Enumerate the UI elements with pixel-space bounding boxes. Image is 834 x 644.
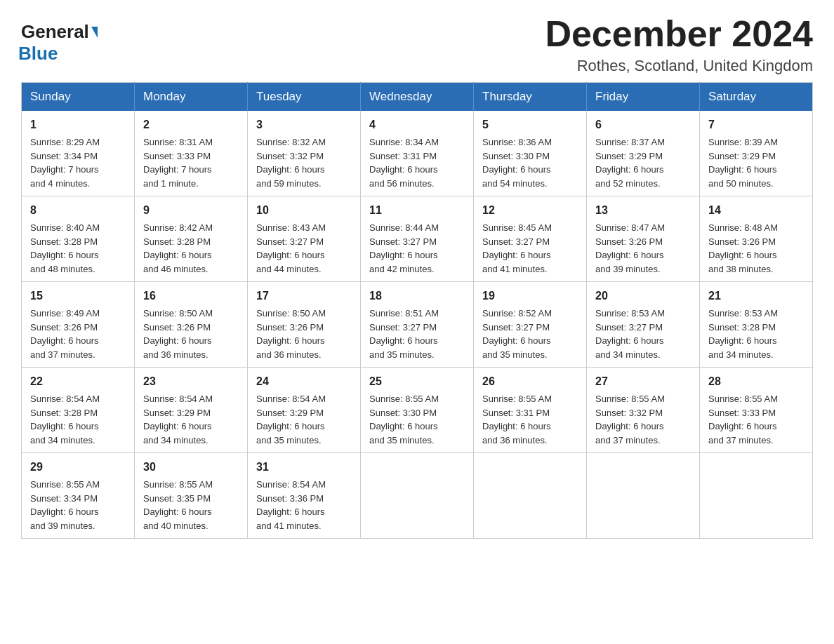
day-number: 25 — [369, 373, 465, 390]
day-info: Sunrise: 8:29 AMSunset: 3:34 PMDaylight:… — [30, 135, 126, 190]
day-info: Sunrise: 8:34 AMSunset: 3:31 PMDaylight:… — [369, 135, 465, 190]
day-cell-27: 27Sunrise: 8:55 AMSunset: 3:32 PMDayligh… — [587, 368, 700, 453]
day-cell-19: 19Sunrise: 8:52 AMSunset: 3:27 PMDayligh… — [474, 282, 587, 368]
day-cell-13: 13Sunrise: 8:47 AMSunset: 3:26 PMDayligh… — [587, 196, 700, 282]
day-info: Sunrise: 8:55 AMSunset: 3:30 PMDaylight:… — [369, 392, 465, 447]
day-info: Sunrise: 8:50 AMSunset: 3:26 PMDaylight:… — [143, 307, 239, 361]
day-cell-29: 29Sunrise: 8:55 AMSunset: 3:34 PMDayligh… — [22, 453, 135, 539]
week-row-2: 8Sunrise: 8:40 AMSunset: 3:28 PMDaylight… — [22, 196, 813, 282]
day-info: Sunrise: 8:55 AMSunset: 3:35 PMDaylight:… — [143, 478, 239, 532]
week-row-4: 22Sunrise: 8:54 AMSunset: 3:28 PMDayligh… — [22, 368, 813, 453]
day-cell-22: 22Sunrise: 8:54 AMSunset: 3:28 PMDayligh… — [22, 368, 135, 453]
day-info: Sunrise: 8:55 AMSunset: 3:33 PMDaylight:… — [708, 392, 804, 447]
day-number: 30 — [143, 459, 239, 476]
location-title: Rothes, Scotland, United Kingdom — [545, 57, 813, 75]
day-number: 17 — [256, 288, 352, 304]
day-number: 3 — [256, 116, 352, 133]
day-info: Sunrise: 8:44 AMSunset: 3:27 PMDaylight:… — [369, 221, 465, 276]
day-info: Sunrise: 8:43 AMSunset: 3:27 PMDaylight:… — [256, 221, 352, 276]
day-cell-18: 18Sunrise: 8:51 AMSunset: 3:27 PMDayligh… — [361, 282, 474, 368]
day-cell-1: 1Sunrise: 8:29 AMSunset: 3:34 PMDaylight… — [22, 111, 135, 196]
day-cell-7: 7Sunrise: 8:39 AMSunset: 3:29 PMDaylight… — [700, 111, 813, 196]
day-info: Sunrise: 8:39 AMSunset: 3:29 PMDaylight:… — [708, 135, 804, 190]
day-number: 24 — [256, 373, 352, 390]
day-cell-6: 6Sunrise: 8:37 AMSunset: 3:29 PMDaylight… — [587, 111, 700, 196]
day-cell-30: 30Sunrise: 8:55 AMSunset: 3:35 PMDayligh… — [135, 453, 248, 539]
day-cell-25: 25Sunrise: 8:55 AMSunset: 3:30 PMDayligh… — [361, 368, 474, 453]
header-sunday: Sunday — [22, 83, 135, 112]
day-number: 26 — [482, 373, 578, 390]
day-info: Sunrise: 8:36 AMSunset: 3:30 PMDaylight:… — [482, 135, 578, 190]
day-number: 19 — [482, 288, 578, 304]
day-cell-4: 4Sunrise: 8:34 AMSunset: 3:31 PMDaylight… — [361, 111, 474, 196]
day-cell-8: 8Sunrise: 8:40 AMSunset: 3:28 PMDaylight… — [22, 196, 135, 282]
day-cell-14: 14Sunrise: 8:48 AMSunset: 3:26 PMDayligh… — [700, 196, 813, 282]
day-cell-5: 5Sunrise: 8:36 AMSunset: 3:30 PMDaylight… — [474, 111, 587, 196]
day-cell-26: 26Sunrise: 8:55 AMSunset: 3:31 PMDayligh… — [474, 368, 587, 453]
day-info: Sunrise: 8:49 AMSunset: 3:26 PMDaylight:… — [30, 307, 126, 361]
day-info: Sunrise: 8:53 AMSunset: 3:27 PMDaylight:… — [595, 307, 691, 361]
day-cell-2: 2Sunrise: 8:31 AMSunset: 3:33 PMDaylight… — [135, 111, 248, 196]
day-info: Sunrise: 8:54 AMSunset: 3:28 PMDaylight:… — [30, 392, 126, 447]
logo: General Blue — [21, 21, 98, 65]
day-info: Sunrise: 8:32 AMSunset: 3:32 PMDaylight:… — [256, 135, 352, 190]
day-info: Sunrise: 8:40 AMSunset: 3:28 PMDaylight:… — [30, 221, 126, 276]
day-number: 10 — [256, 202, 352, 219]
day-cell-20: 20Sunrise: 8:53 AMSunset: 3:27 PMDayligh… — [587, 282, 700, 368]
day-number: 23 — [143, 373, 239, 390]
day-number: 5 — [482, 116, 578, 133]
day-number: 7 — [708, 116, 804, 133]
day-number: 13 — [595, 202, 691, 219]
day-info: Sunrise: 8:55 AMSunset: 3:32 PMDaylight:… — [595, 392, 691, 447]
day-number: 31 — [256, 459, 352, 476]
day-cell-15: 15Sunrise: 8:49 AMSunset: 3:26 PMDayligh… — [22, 282, 135, 368]
day-number: 14 — [708, 202, 804, 219]
page-header: General Blue December 2024 Rothes, Scotl… — [21, 14, 813, 75]
day-cell-9: 9Sunrise: 8:42 AMSunset: 3:28 PMDaylight… — [135, 196, 248, 282]
calendar-table: Sunday Monday Tuesday Wednesday Thursday… — [21, 82, 813, 539]
day-cell-empty — [474, 453, 587, 539]
day-cell-24: 24Sunrise: 8:54 AMSunset: 3:29 PMDayligh… — [248, 368, 361, 453]
header-friday: Friday — [587, 83, 700, 112]
day-number: 2 — [143, 116, 239, 133]
day-cell-11: 11Sunrise: 8:44 AMSunset: 3:27 PMDayligh… — [361, 196, 474, 282]
days-of-week-row: Sunday Monday Tuesday Wednesday Thursday… — [22, 83, 813, 112]
day-number: 8 — [30, 202, 126, 219]
day-info: Sunrise: 8:48 AMSunset: 3:26 PMDaylight:… — [708, 221, 804, 276]
header-tuesday: Tuesday — [248, 83, 361, 112]
day-number: 11 — [369, 202, 465, 219]
day-number: 21 — [708, 288, 804, 304]
day-cell-empty — [587, 453, 700, 539]
day-cell-21: 21Sunrise: 8:53 AMSunset: 3:28 PMDayligh… — [700, 282, 813, 368]
day-info: Sunrise: 8:37 AMSunset: 3:29 PMDaylight:… — [595, 135, 691, 190]
day-number: 20 — [595, 288, 691, 304]
week-row-3: 15Sunrise: 8:49 AMSunset: 3:26 PMDayligh… — [22, 282, 813, 368]
day-cell-16: 16Sunrise: 8:50 AMSunset: 3:26 PMDayligh… — [135, 282, 248, 368]
day-number: 18 — [369, 288, 465, 304]
day-info: Sunrise: 8:55 AMSunset: 3:34 PMDaylight:… — [30, 478, 126, 532]
calendar-body: 1Sunrise: 8:29 AMSunset: 3:34 PMDaylight… — [22, 111, 813, 539]
day-number: 16 — [143, 288, 239, 304]
day-number: 4 — [369, 116, 465, 133]
day-info: Sunrise: 8:51 AMSunset: 3:27 PMDaylight:… — [369, 307, 465, 361]
day-number: 12 — [482, 202, 578, 219]
day-cell-3: 3Sunrise: 8:32 AMSunset: 3:32 PMDaylight… — [248, 111, 361, 196]
day-info: Sunrise: 8:53 AMSunset: 3:28 PMDaylight:… — [708, 307, 804, 361]
day-info: Sunrise: 8:47 AMSunset: 3:26 PMDaylight:… — [595, 221, 691, 276]
week-row-1: 1Sunrise: 8:29 AMSunset: 3:34 PMDaylight… — [22, 111, 813, 196]
day-info: Sunrise: 8:54 AMSunset: 3:29 PMDaylight:… — [256, 392, 352, 447]
day-number: 6 — [595, 116, 691, 133]
header-thursday: Thursday — [474, 83, 587, 112]
day-number: 9 — [143, 202, 239, 219]
header-wednesday: Wednesday — [361, 83, 474, 112]
day-cell-empty — [361, 453, 474, 539]
day-cell-17: 17Sunrise: 8:50 AMSunset: 3:26 PMDayligh… — [248, 282, 361, 368]
logo-blue-text: Blue — [18, 43, 58, 64]
day-number: 1 — [30, 116, 126, 133]
day-info: Sunrise: 8:54 AMSunset: 3:36 PMDaylight:… — [256, 478, 352, 532]
day-info: Sunrise: 8:52 AMSunset: 3:27 PMDaylight:… — [482, 307, 578, 361]
day-cell-31: 31Sunrise: 8:54 AMSunset: 3:36 PMDayligh… — [248, 453, 361, 539]
header-monday: Monday — [135, 83, 248, 112]
day-info: Sunrise: 8:42 AMSunset: 3:28 PMDaylight:… — [143, 221, 239, 276]
header-saturday: Saturday — [700, 83, 813, 112]
